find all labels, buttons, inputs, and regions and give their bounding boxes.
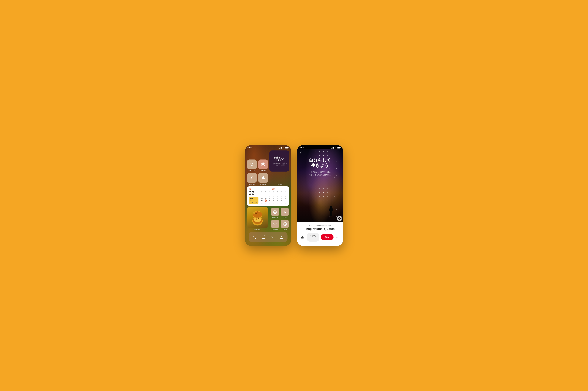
sleepstar-icon-box[interactable] [247, 173, 257, 183]
calendar-widget[interactable]: 木 22 会議 オンライン 10:00-11:30 10月 日 [247, 186, 289, 206]
cal-day-13: 13 [268, 197, 271, 199]
weather-label: Weather [260, 183, 266, 185]
svg-rect-46 [329, 208, 331, 211]
cal-day-1: 1 [276, 193, 279, 195]
svg-rect-37 [332, 148, 332, 149]
cal-day-9: 9 [280, 195, 283, 197]
cal-header-sat: 土 [283, 191, 287, 193]
weather-icon-box[interactable] [258, 173, 268, 183]
dmndos-icon-box[interactable] [247, 160, 257, 169]
svg-point-18 [254, 217, 261, 222]
calendar-event-title: 会議 [250, 197, 257, 200]
music-icon-box[interactable] [281, 208, 289, 216]
cal-day-empty2 [264, 193, 268, 195]
svg-rect-5 [288, 147, 288, 148]
calendar-event[interactable]: 会議 オンライン 10:00-11:30 [249, 197, 258, 204]
svg-rect-50 [330, 215, 331, 216]
svg-rect-42 [340, 147, 341, 148]
more-icon [336, 237, 339, 238]
wifi-icon-p2 [334, 147, 337, 149]
cal-header-fri: 金 [280, 191, 283, 193]
svg-point-26 [285, 212, 286, 213]
app-clock[interactable]: Clock [281, 220, 289, 230]
battery-icon-p2 [337, 147, 341, 149]
app-music[interactable]: Music [281, 208, 289, 218]
dock-phone[interactable] [251, 233, 258, 241]
status-bar-phone1: 8:08 [245, 145, 291, 149]
svg-point-25 [284, 213, 284, 213]
svg-line-24 [275, 212, 276, 213]
cal-header-mon: 月 [264, 191, 268, 193]
cal-day-25: 25 [260, 202, 264, 204]
app-lovefest[interactable]: Lovefest [271, 220, 279, 230]
svg-point-52 [339, 218, 340, 219]
photo-widget[interactable]: Pinterest [247, 207, 268, 230]
dmndos-label: DMNDOS [248, 170, 255, 172]
status-bar-phone2: 8:08 [297, 145, 343, 149]
pin-quote-sub: 「他の誰か」はすでに取られてしまっているのだから [300, 170, 340, 177]
app-peacenrd[interactable]: Peacenrd [271, 208, 279, 218]
quote-widget[interactable]: 自分らしく生きよう 「他の誰か」はすでに取られてしまっているのだから [269, 150, 289, 172]
lovefest-icon-box[interactable] [271, 220, 279, 228]
quote-widget-sub: 「他の誰か」はすでに取られてしまっているのだから [272, 162, 287, 166]
calendar-month: 10月 [260, 188, 287, 190]
svg-rect-2 [281, 147, 281, 149]
pin-image-area: 自分らしく生きよう 「他の誰か」はすでに取られてしまっているのだから [297, 149, 343, 222]
calendar-icon [262, 235, 265, 239]
dock-calendar[interactable] [260, 233, 267, 241]
cal-day-3: 3 [283, 193, 287, 195]
wifi-icon [282, 147, 284, 149]
dock-mail[interactable] [269, 233, 276, 241]
pinterest-bottom-label: Pinterest [247, 229, 268, 230]
svg-point-13 [253, 211, 255, 214]
phone2-screen: 8:08 [297, 145, 343, 246]
clock-label: Clock [283, 229, 287, 230]
cal-day-5: 5 [264, 195, 268, 197]
app-pinterest-1[interactable]: Pinterest [258, 160, 268, 172]
peacenrd-label: Peacenrd [272, 217, 278, 218]
svg-line-29 [285, 224, 286, 224]
svg-rect-48 [330, 211, 331, 215]
app-sleepstar[interactable]: Sleepstar [247, 173, 257, 185]
scan-icon[interactable] [337, 216, 342, 221]
cal-day-24: 24 [283, 199, 287, 202]
photo-widget-box[interactable] [247, 207, 268, 228]
clock-icon-box[interactable] [281, 220, 289, 228]
svg-point-15 [255, 213, 257, 214]
svg-rect-40 [333, 147, 334, 149]
app-weather[interactable]: Weather [258, 173, 268, 185]
person-silhouette-icon [328, 204, 334, 220]
cal-day-26: 26 [264, 202, 268, 204]
svg-point-14 [257, 211, 258, 213]
phone-icon [252, 235, 256, 239]
camera-icon [280, 235, 283, 239]
cal-day-4: 4 [260, 195, 264, 197]
sleepstar-label: Sleepstar [248, 183, 255, 185]
share-button[interactable] [300, 234, 305, 240]
dock-camera[interactable] [278, 233, 285, 241]
cal-header-sun: 日 [260, 191, 264, 193]
calendar-right: 10月 日 月 火 水 木 金 土 [260, 188, 287, 204]
cal-day-11: 11 [260, 197, 264, 199]
more-button[interactable] [335, 234, 341, 240]
cal-day-7: 7 [272, 195, 275, 197]
svg-rect-39 [333, 147, 333, 149]
cal-day-31: 31 [283, 202, 287, 204]
phone1-screen: 8:08 [245, 145, 291, 246]
cal-day-21: 21 [272, 199, 275, 202]
phone2: 8:08 [297, 145, 343, 246]
app-dmndos[interactable]: DMNDOS [247, 160, 257, 172]
status-icons-phone2 [332, 147, 341, 149]
small-app-grid: Peacenrd Music [269, 207, 289, 230]
back-button[interactable] [298, 150, 303, 155]
access-button[interactable]: アクセス [307, 233, 319, 242]
svg-rect-38 [332, 147, 333, 149]
pinterest-icon-box-1[interactable] [258, 160, 268, 169]
calendar-event-location: オンライン [250, 200, 257, 202]
save-button[interactable]: 保存 [321, 234, 334, 240]
svg-point-19 [255, 218, 257, 220]
status-time-phone1: 8:08 [247, 146, 252, 149]
svg-rect-34 [271, 236, 274, 238]
cal-day-10: 10 [283, 195, 287, 197]
peacenrd-icon-box[interactable] [271, 208, 279, 216]
